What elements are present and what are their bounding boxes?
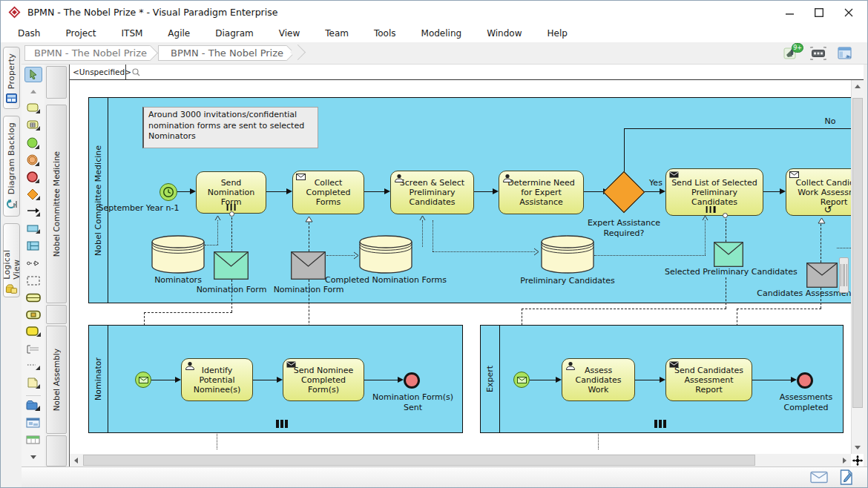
pool-header[interactable]: Nominator: [89, 326, 108, 432]
horizontal-scrollbar[interactable]: [70, 454, 851, 466]
end-event-assessments-completed[interactable]: [797, 372, 813, 389]
pool-header[interactable]: Nobel Committee Medicine: [89, 98, 108, 303]
timer-start-event[interactable]: [160, 183, 177, 201]
task-collect-candidates-assessment[interactable]: Collect Candidates Work Assessment Repor…: [786, 168, 851, 216]
message-flow[interactable]: [726, 277, 726, 309]
diagram-canvas[interactable]: Nobel Committee Medicine Around 3000 inv…: [70, 80, 851, 454]
task-collect-completed-forms[interactable]: Collect Completed Forms: [292, 171, 364, 214]
magnifier-icon[interactable]: [131, 67, 141, 77]
gateway-tool-icon[interactable]: [24, 187, 42, 202]
scroll-up-button[interactable]: [852, 80, 864, 93]
menu-tools[interactable]: Tools: [361, 26, 409, 41]
vertical-scrollbar[interactable]: [851, 80, 864, 454]
sequence-flow[interactable]: [474, 191, 493, 192]
task-determine-expert-need[interactable]: Determine Need for Expert Assistance: [499, 171, 584, 214]
sequence-flow[interactable]: [253, 380, 278, 380]
text-annotation[interactable]: Around 3000 invitations/confidential nom…: [142, 107, 318, 148]
end-event-tool-icon[interactable]: [24, 170, 42, 185]
data-association[interactable]: [705, 220, 706, 255]
cursor-tool-icon[interactable]: [24, 67, 42, 82]
message-start-event[interactable]: [513, 372, 530, 388]
scroll-right-button[interactable]: [838, 454, 851, 466]
vertical-scrollbar-thumb[interactable]: [852, 98, 863, 408]
legend-tool-icon[interactable]: [24, 432, 42, 448]
close-button[interactable]: [844, 7, 854, 18]
sequence-flow[interactable]: [584, 191, 604, 192]
datastore-completed-forms[interactable]: [359, 235, 412, 274]
pool-header[interactable]: Expert: [481, 326, 500, 432]
message-candidates-assessment[interactable]: [806, 263, 838, 288]
maximize-button[interactable]: [814, 7, 824, 18]
palette-scroll-up-icon[interactable]: [24, 84, 42, 99]
sequence-flow[interactable]: [530, 380, 557, 380]
task-tool-icon[interactable]: [24, 101, 42, 116]
task-send-candidates-assessment-report[interactable]: Send Candidates Assessment Report: [665, 358, 752, 401]
minimize-button[interactable]: [784, 7, 795, 18]
message-flow[interactable]: [231, 280, 232, 312]
task-send-nomination-form[interactable]: Send Nomination Form: [196, 171, 266, 214]
menu-window[interactable]: Window: [474, 26, 534, 41]
sequence-flow[interactable]: [635, 380, 661, 380]
tab-diagram-backlog[interactable]: Diagram Backlog: [3, 116, 20, 217]
data-association[interactable]: [422, 220, 423, 247]
sequence-flow[interactable]: [364, 191, 385, 192]
end-event-nomination-forms-sent[interactable]: [404, 372, 420, 389]
sequence-flow[interactable]: [151, 380, 177, 380]
strip-section-nobel-committee[interactable]: Nobel Committee Medicine: [46, 105, 67, 303]
breadcrumb-item-diagram[interactable]: BPMN - The Nobel Prize: [158, 45, 286, 61]
scroll-down-button[interactable]: [852, 441, 864, 454]
data-association-tool-icon[interactable]: [24, 358, 42, 374]
data-association[interactable]: [217, 220, 218, 245]
group-tool-icon[interactable]: [24, 273, 42, 288]
sequence-flow[interactable]: [752, 380, 792, 380]
strip-spacer-mid[interactable]: [46, 305, 67, 324]
breadcrumb-item-project[interactable]: BPMN - The Nobel Prize: [24, 45, 150, 61]
task-identify-potential-nominees[interactable]: Identify Potential Nominee(s): [181, 358, 253, 401]
data-association[interactable]: [837, 248, 851, 248]
menu-modeling[interactable]: Modeling: [409, 26, 475, 41]
association-tool-icon[interactable]: [24, 256, 42, 271]
message-flow[interactable]: [737, 309, 821, 309]
sequence-flow[interactable]: [364, 380, 399, 380]
menu-help[interactable]: Help: [534, 26, 579, 41]
menu-project[interactable]: Project: [53, 26, 108, 41]
palette-scroll-down-icon[interactable]: [24, 449, 42, 465]
task-send-list-selected-candidates[interactable]: Send List of Selected Preliminary Candid…: [665, 168, 763, 216]
strip-spacer-top[interactable]: [46, 66, 67, 99]
diagram-overview-tool-icon[interactable]: [24, 415, 42, 431]
drag-handle[interactable]: [839, 257, 849, 293]
menu-agile[interactable]: Agile: [155, 26, 203, 41]
message-nomination-form-gray[interactable]: [291, 251, 326, 280]
menu-itsm[interactable]: ITSM: [109, 26, 156, 41]
strip-spacer-bottom[interactable]: [46, 435, 67, 466]
message-flow[interactable]: [522, 309, 726, 309]
menu-diagram[interactable]: Diagram: [203, 26, 266, 41]
intermediate-event-tool-icon[interactable]: [24, 153, 42, 168]
data-association[interactable]: [433, 251, 535, 252]
message-selected-candidates[interactable]: [714, 242, 743, 267]
pan-tool-button[interactable]: [851, 454, 864, 466]
horizontal-pool-tool-icon[interactable]: [24, 221, 42, 237]
message-flow[interactable]: [309, 222, 309, 251]
menu-dash[interactable]: Dash: [5, 26, 53, 41]
message-nomination-form-green[interactable]: [214, 251, 249, 280]
tab-logical-view[interactable]: Logical View: [3, 223, 20, 297]
data-association[interactable]: [326, 255, 355, 256]
strip-section-nobel-assembly[interactable]: Nobel Assembly: [46, 326, 67, 434]
task-assess-candidates-work[interactable]: Assess Candidates Work: [562, 358, 635, 401]
storyboard-button[interactable]: [809, 45, 827, 62]
note-tool-icon[interactable]: [24, 375, 42, 391]
tab-property[interactable]: Property: [3, 47, 20, 109]
model-folder-tool-icon[interactable]: [24, 398, 42, 414]
data-association[interactable]: [205, 245, 218, 245]
sequence-flow[interactable]: [266, 191, 287, 192]
datastore-preliminary-candidates[interactable]: [541, 235, 594, 274]
pool-lanes-tool-icon[interactable]: [24, 238, 42, 254]
window-layout-button[interactable]: [836, 45, 854, 62]
menu-team[interactable]: Team: [312, 26, 361, 41]
scroll-left-button[interactable]: [70, 454, 82, 466]
task-screen-select-candidates[interactable]: Screen & Select Preliminary Candidates: [390, 171, 474, 214]
subprocess-tool-icon[interactable]: [24, 119, 42, 134]
message-start-event[interactable]: [135, 372, 151, 388]
no-flow-line[interactable]: [624, 128, 851, 129]
